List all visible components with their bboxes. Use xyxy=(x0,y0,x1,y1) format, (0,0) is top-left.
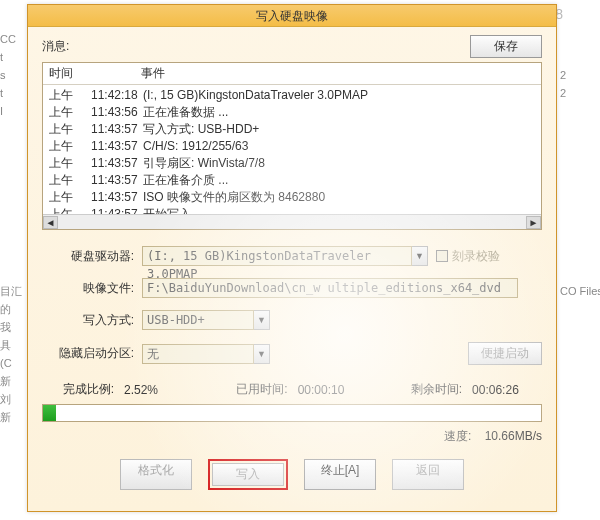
drive-row: 硬盘驱动器: (I:, 15 GB)KingstonDataTraveler 3… xyxy=(42,246,542,266)
progress-bar xyxy=(42,404,542,422)
message-label: 消息: xyxy=(42,38,69,55)
method-row: 写入方式: USB-HDD+ ▼ xyxy=(42,310,542,330)
dialog-title: 写入硬盘映像 xyxy=(28,5,556,27)
drive-combo[interactable]: (I:, 15 GB)KingstonDataTraveler 3.0PMAP … xyxy=(142,246,428,266)
scroll-track[interactable] xyxy=(58,216,526,229)
abort-button[interactable]: 终止[A] xyxy=(304,459,376,490)
log-row: 上午11:43:57引导扇区: WinVista/7/8 xyxy=(49,155,541,172)
hidden-value: 无 xyxy=(142,344,254,364)
method-combo[interactable]: USB-HDD+ ▼ xyxy=(142,310,270,330)
hidden-row: 隐藏启动分区: 无 ▼ 便捷启动 xyxy=(42,342,542,365)
horizontal-scrollbar[interactable]: ◄ ► xyxy=(43,214,541,229)
log-header-event: 事件 xyxy=(141,65,165,82)
remain-value: 00:06:26 xyxy=(472,383,519,397)
progress-info-row: 完成比例: 2.52% 已用时间: 00:00:10 剩余时间: 00:06:2… xyxy=(42,381,542,398)
write-button-highlight: 写入 xyxy=(208,459,288,490)
chevron-down-icon[interactable]: ▼ xyxy=(254,310,270,330)
log-rows: 上午11:42:18(I:, 15 GB)KingstonDataTravele… xyxy=(43,85,541,225)
remain-label: 剩余时间: xyxy=(411,381,462,398)
elapsed-label: 已用时间: xyxy=(236,381,287,398)
log-row: 上午11:43:57C/H/S: 1912/255/63 xyxy=(49,138,541,155)
elapsed-value: 00:00:10 xyxy=(298,383,345,397)
drive-label: 硬盘驱动器: xyxy=(42,248,142,265)
speed-row: 速度: 10.66MB/s xyxy=(42,428,542,445)
drive-value: (I:, 15 GB)KingstonDataTraveler 3.0PMAP xyxy=(142,246,412,266)
speed-label: 速度: xyxy=(444,429,471,443)
image-label: 映像文件: xyxy=(42,280,142,297)
write-button[interactable]: 写入 xyxy=(212,463,284,486)
scroll-left-arrow[interactable]: ◄ xyxy=(43,216,58,229)
image-row: 映像文件: F:\BaiduYunDownload\cn_w ultiple_e… xyxy=(42,278,542,298)
speed-value: 10.66MB/s xyxy=(485,429,542,443)
log-row: 上午11:43:57ISO 映像文件的扇区数为 8462880 xyxy=(49,189,541,206)
method-value: USB-HDD+ xyxy=(142,310,254,330)
chevron-down-icon[interactable]: ▼ xyxy=(412,246,428,266)
format-button[interactable]: 格式化 xyxy=(120,459,192,490)
back-button[interactable]: 返回 xyxy=(392,459,464,490)
hidden-combo[interactable]: 无 ▼ xyxy=(142,344,270,364)
background-left-text: CC t s t I 目汇 的 我 具 (C 新 刘 新 xyxy=(0,30,25,426)
dialog-body: 消息: 保存 时间 事件 上午11:42:18(I:, 15 GB)Kingst… xyxy=(28,27,556,511)
log-row: 上午11:42:18(I:, 15 GB)KingstonDataTravele… xyxy=(49,87,541,104)
quickboot-button[interactable]: 便捷启动 xyxy=(468,342,542,365)
image-value: F:\BaiduYunDownload\cn_w ultiple_edition… xyxy=(142,278,518,298)
verify-label: 刻录校验 xyxy=(452,248,500,265)
method-label: 写入方式: xyxy=(42,312,142,329)
verify-checkbox[interactable] xyxy=(436,250,448,262)
log-row: 上午11:43:56正在准备数据 ... xyxy=(49,104,541,121)
write-disk-image-dialog: 写入硬盘映像 消息: 保存 时间 事件 上午11:42:18(I:, 15 GB… xyxy=(27,4,557,512)
scroll-right-arrow[interactable]: ► xyxy=(526,216,541,229)
percent-label: 完成比例: xyxy=(42,381,114,398)
log-row: 上午11:43:57写入方式: USB-HDD+ xyxy=(49,121,541,138)
percent-value: 2.52% xyxy=(124,383,170,397)
message-row: 消息: 保存 xyxy=(42,35,542,58)
footer-buttons: 格式化 写入 终止[A] 返回 xyxy=(42,455,542,492)
progress-fill xyxy=(43,405,56,421)
hidden-label: 隐藏启动分区: xyxy=(42,345,142,362)
log-list: 时间 事件 上午11:42:18(I:, 15 GB)KingstonDataT… xyxy=(42,62,542,230)
log-header-time: 时间 xyxy=(49,65,141,82)
log-header: 时间 事件 xyxy=(43,63,541,85)
chevron-down-icon[interactable]: ▼ xyxy=(254,344,270,364)
log-row: 上午11:43:57正在准备介质 ... xyxy=(49,172,541,189)
save-button[interactable]: 保存 xyxy=(470,35,542,58)
background-right-text: 2 2 CO Files) 文地目录 xyxy=(560,30,600,520)
